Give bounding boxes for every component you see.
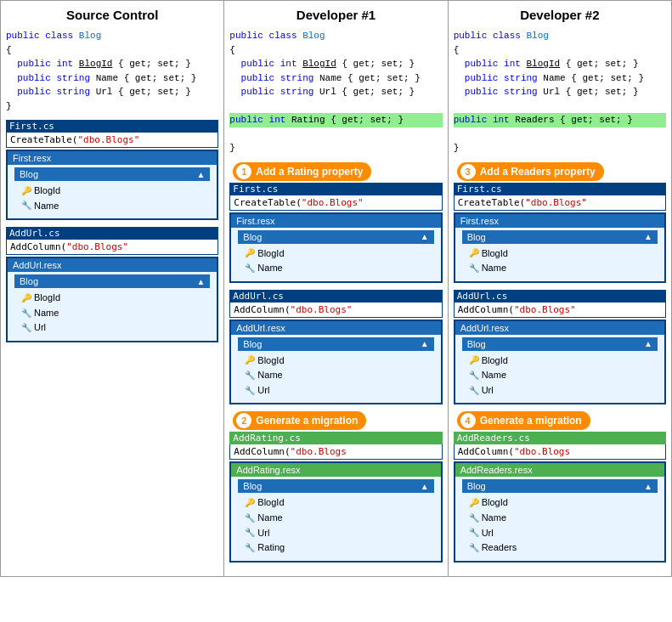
col-icon2: 🔧 (21, 307, 31, 320)
step4-row: 4 Generate a migration (454, 411, 666, 430)
dev1-blog-label3: Blog (243, 481, 262, 491)
dev1-blogid2: 🔑 BlogId (245, 353, 426, 369)
dev2-blogid3: 🔑 BlogId (469, 495, 651, 511)
blog-label: Blog (20, 169, 38, 179)
dev1-addrating-resx-header: AddRating.resx (231, 463, 440, 477)
step1-label: Add a Rating property (256, 166, 363, 178)
dev1-url2: 🔧 Url (245, 526, 426, 541)
dev1-blog-label2: Blog (243, 339, 262, 349)
dev2-addurl-content: AddColumn("dbo.Blogs" (454, 303, 666, 318)
resx-item-name: 🔧 Name (21, 199, 203, 214)
dev2-col-url: 🔧 (469, 384, 479, 398)
dev1-rating: 🔧 Rating (245, 540, 426, 556)
dev2-col3: 🔧 (469, 512, 479, 525)
dev1-addrating-header: AddRating.cs (229, 432, 442, 444)
dev2-name3: 🔧 Name (469, 511, 651, 526)
dev2-addurl-header: AddUrl.cs (454, 290, 666, 303)
column-dev2: Developer #2 public class Blog { public … (449, 1, 671, 576)
dev2-addreaders-content: AddColumn("dbo.Blogs (454, 444, 666, 460)
dev1-blogid3: 🔑 BlogId (245, 495, 426, 511)
dev1-addrating-resx-title: AddRating.resx (236, 465, 300, 475)
first-resx-items: 🔑 BlogId 🔧 Name (14, 181, 210, 216)
dev1-addrating-content: AddColumn("dbo.Blogs (229, 444, 442, 460)
dev1-first-cs-header: First.cs (229, 183, 442, 195)
col-title-dev1: Developer #1 (229, 8, 442, 22)
dev2-addurl-resx-box: AddUrl.resx Blog ▲ 🔑 BlogId 🔧 Name 🔧 Url (454, 319, 666, 405)
dev1-col-url: 🔧 (245, 384, 255, 398)
dev1-name: 🔧 Name (245, 261, 426, 276)
dev2-addurl-cs: AddUrl.cs AddColumn("dbo.Blogs" AddUrl.r… (454, 290, 666, 405)
dev1-addrating-items: 🔑 BlogId 🔧 Name 🔧 Url 🔧 Rating (238, 493, 433, 557)
dev2-readers: 🔧 Readers (469, 540, 651, 556)
col-title-dev2: Developer #2 (454, 8, 666, 22)
dev2-col: 🔧 (469, 262, 479, 275)
col-title-source: Source Control (6, 8, 218, 22)
dev1-addurl-resx-title: AddUrl.resx (236, 323, 285, 333)
main-container: Source Control public class Blog { publi… (0, 0, 672, 577)
step3-badge: 3 Add a Readers property (457, 162, 604, 181)
dev2-addreaders-resx-header: AddReaders.resx (455, 463, 664, 477)
dev1-chevron: ▲ (421, 232, 429, 241)
addurl-resx-items: 🔑 BlogId 🔧 Name 🔧 Url (14, 288, 210, 338)
col-icon-url: 🔧 (21, 321, 31, 335)
dev2-first-items: 🔑 BlogId 🔧 Name (462, 244, 658, 279)
dev2-addurl-resx-title: AddUrl.resx (460, 323, 509, 333)
dev2-blog-label3: Blog (467, 481, 486, 491)
source-addurl-cs: AddUrl.cs AddColumn("dbo.Blogs" AddUrl.r… (6, 227, 218, 342)
chevron-icon2: ▲ (196, 277, 205, 286)
step1-circle: 1 (236, 164, 251, 179)
dev2-first-cs-header: First.cs (454, 183, 666, 195)
dev2-addurl-resx-header: AddUrl.resx (455, 321, 664, 335)
addurl-resx-body: Blog ▲ 🔑 BlogId 🔧 Name 🔧 Url (8, 272, 217, 341)
column-dev1: Developer #1 public class Blog { public … (224, 1, 448, 576)
resx-item-name2: 🔧 Name (21, 306, 203, 321)
dev1-first-cs: First.cs CreateTable("dbo.Blogs" First.r… (229, 183, 442, 283)
addurl-resx-header: AddUrl.resx (8, 258, 217, 272)
dev1-url: 🔧 Url (245, 383, 426, 399)
dev2-addreaders-resx-box: AddReaders.resx Blog ▲ 🔑 BlogId 🔧 Name 🔧… (454, 461, 666, 562)
dev1-code-block: public class Blog { public int BlogId { … (229, 29, 442, 156)
dev1-blog-label: Blog (243, 232, 262, 242)
dev2-blog-label: Blog (467, 232, 486, 242)
dev1-addurl-cs: AddUrl.cs AddColumn("dbo.Blogs" AddUrl.r… (229, 290, 442, 405)
dev1-addurl-resx-box: AddUrl.resx Blog ▲ 🔑 BlogId 🔧 Name 🔧 Url (229, 319, 442, 405)
dev1-col2: 🔧 (245, 369, 255, 382)
dev2-blogid: 🔑 BlogId (469, 246, 651, 262)
dev2-col2: 🔧 (469, 369, 479, 382)
resx-item-blogid: 🔑 BlogId (21, 184, 203, 199)
dev1-blog-header: Blog ▲ (238, 230, 433, 244)
resx-item-url: 🔧 Url (21, 320, 203, 336)
dev2-url2: 🔧 Url (469, 526, 651, 541)
dev1-key-icon: 🔑 (245, 246, 255, 260)
step2-label: Generate a migration (256, 415, 358, 427)
dev2-blog-header: Blog ▲ (462, 230, 658, 244)
dev2-key2: 🔑 (469, 353, 479, 367)
dev1-blogid: 🔑 BlogId (245, 246, 426, 262)
blog-entity-header2: Blog ▲ (14, 274, 210, 288)
dev2-name2: 🔧 Name (469, 368, 651, 383)
source-first-cs: First.cs CreateTable("dbo.Blogs" First.r… (6, 120, 218, 220)
dev2-first-resx-box: First.resx Blog ▲ 🔑 BlogId 🔧 Name (454, 212, 666, 283)
dev1-first-cs-content: CreateTable("dbo.Blogs" (229, 195, 442, 211)
addurl-resx-box: AddUrl.resx Blog ▲ 🔑 BlogId 🔧 Name 🔧 Url (6, 257, 218, 342)
dev2-name: 🔧 Name (469, 261, 651, 276)
dev2-col-url2: 🔧 (469, 526, 479, 540)
dev2-first-cs-content: CreateTable("dbo.Blogs" (454, 195, 666, 211)
dev2-chevron3: ▲ (644, 482, 652, 491)
dev1-first-resx-title: First.resx (236, 216, 274, 226)
dev2-code-block: public class Blog { public int BlogId { … (454, 29, 666, 156)
addurl-cs-header: AddUrl.cs (6, 227, 218, 240)
dev1-name3: 🔧 Name (245, 511, 426, 526)
blog-entity-header: Blog ▲ (14, 167, 210, 181)
dev2-addreaders-resx-body: Blog ▲ 🔑 BlogId 🔧 Name 🔧 Url 🔧 Readers (455, 477, 664, 560)
dev1-col-rating: 🔧 (245, 541, 255, 555)
step2-circle: 2 (236, 413, 251, 428)
dev2-addreaders-cs: AddReaders.cs AddColumn("dbo.Blogs AddRe… (454, 432, 666, 562)
dev1-addrating-cs: AddRating.cs AddColumn("dbo.Blogs AddRat… (229, 432, 442, 562)
step4-badge: 4 Generate a migration (457, 411, 590, 430)
dev2-key: 🔑 (469, 246, 479, 260)
dev1-key3: 🔑 (245, 496, 255, 510)
dev1-addurl-header: AddUrl.cs (229, 290, 442, 303)
dev1-addurl-content: AddColumn("dbo.Blogs" (229, 303, 442, 318)
step3-label: Add a Readers property (480, 166, 596, 178)
